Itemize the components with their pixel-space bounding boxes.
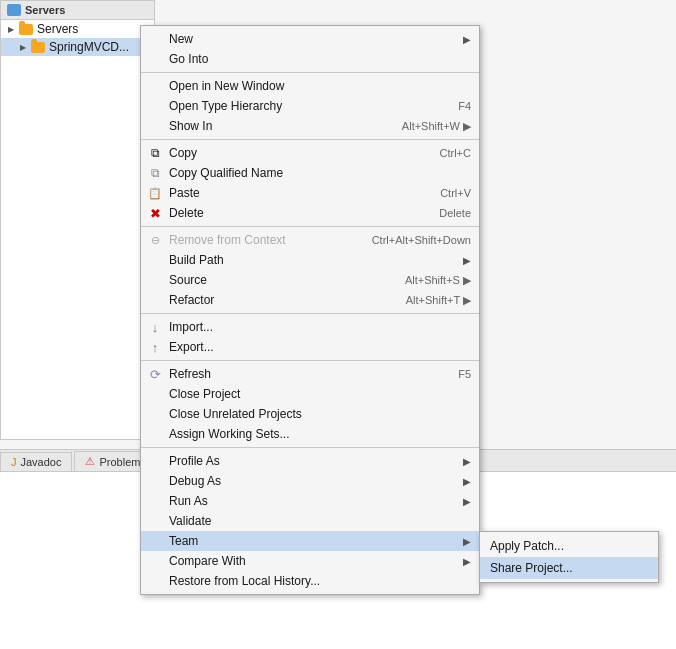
menu-label-show-in: Show In [169,119,382,133]
menu-item-refresh[interactable]: Refresh F5 [141,364,479,384]
context-menu: New ▶ Go Into Open in New Window Open Ty… [140,25,480,595]
menu-item-open-new-window[interactable]: Open in New Window [141,76,479,96]
menu-label-debug-as: Debug As [169,474,459,488]
menu-item-show-in[interactable]: Show In Alt+Shift+W ▶ [141,116,479,136]
menu-label-assign-working-sets: Assign Working Sets... [169,427,471,441]
menu-item-team[interactable]: Team ▶ Apply Patch... Share Project... [141,531,479,551]
delete-icon [147,205,163,221]
menu-label-close-unrelated: Close Unrelated Projects [169,407,471,421]
menu-item-remove-from-context[interactable]: ⊖ Remove from Context Ctrl+Alt+Shift+Dow… [141,230,479,250]
import-icon [147,319,163,335]
menu-label-build-path: Build Path [169,253,459,267]
menu-item-validate[interactable]: Validate [141,511,479,531]
arrow-profile-as: ▶ [463,456,471,467]
separator-5 [141,360,479,361]
refresh-icon [147,366,163,382]
menu-label-copy-qualified: Copy Qualified Name [169,166,471,180]
menu-label-new: New [169,32,459,46]
submenu-label-apply-patch: Apply Patch... [490,539,564,553]
menu-item-close-unrelated[interactable]: Close Unrelated Projects [141,404,479,424]
menu-item-source[interactable]: Source Alt+Shift+S ▶ [141,270,479,290]
arrow-new: ▶ [463,34,471,45]
menu-label-refactor: Refactor [169,293,386,307]
tree-arrow-spring: ▶ [19,43,27,51]
menu-label-go-into: Go Into [169,52,471,66]
menu-item-copy[interactable]: Copy Ctrl+C [141,143,479,163]
javadoc-icon: J [11,456,17,468]
shortcut-delete: Delete [439,207,471,219]
tree-item-springmvc[interactable]: ▶ SpringMVCD... [1,38,154,56]
menu-label-profile-as: Profile As [169,454,459,468]
server-folder-icon [19,24,33,35]
menu-label-open-type-hierarchy: Open Type Hierarchy [169,99,438,113]
separator-3 [141,226,479,227]
project-explorer-panel: Servers ▶ Servers ▶ SpringMVCD... [0,0,155,440]
arrow-debug-as: ▶ [463,476,471,487]
menu-label-refresh: Refresh [169,367,438,381]
spring-folder-icon [31,42,45,53]
arrow-team: ▶ [463,536,471,547]
menu-label-open-new-window: Open in New Window [169,79,471,93]
menu-item-go-into[interactable]: Go Into [141,49,479,69]
submenu-item-share-project[interactable]: Share Project... [480,557,658,579]
menu-label-source: Source [169,273,385,287]
copy-icon [147,145,163,161]
menu-label-paste: Paste [169,186,420,200]
separator-4 [141,313,479,314]
problems-icon: ⚠ [85,455,95,468]
arrow-compare-with: ▶ [463,556,471,567]
panel-title: Servers [25,4,65,16]
menu-label-team: Team [169,534,459,548]
menu-label-compare-with: Compare With [169,554,459,568]
separator-1 [141,72,479,73]
arrow-build-path: ▶ [463,255,471,266]
menu-item-profile-as[interactable]: Profile As ▶ [141,451,479,471]
menu-item-new[interactable]: New ▶ [141,29,479,49]
remove-context-icon: ⊖ [147,232,163,248]
submenu-item-apply-patch[interactable]: Apply Patch... [480,535,658,557]
menu-item-restore-from-history[interactable]: Restore from Local History... [141,571,479,591]
paste-icon: 📋 [147,185,163,201]
team-submenu: Apply Patch... Share Project... [479,531,659,583]
export-icon [147,339,163,355]
separator-2 [141,139,479,140]
panel-header: Servers [1,1,154,20]
menu-item-build-path[interactable]: Build Path ▶ [141,250,479,270]
tab-javadoc-label: Javadoc [21,456,62,468]
shortcut-remove-from-context: Ctrl+Alt+Shift+Down [372,234,471,246]
menu-item-debug-as[interactable]: Debug As ▶ [141,471,479,491]
tree-label-springmvc: SpringMVCD... [49,40,129,54]
tree-label-servers: Servers [37,22,78,36]
menu-label-validate: Validate [169,514,471,528]
separator-6 [141,447,479,448]
menu-item-compare-with[interactable]: Compare With ▶ [141,551,479,571]
menu-item-import[interactable]: Import... [141,317,479,337]
copy-qual-icon [147,165,163,181]
menu-label-run-as: Run As [169,494,459,508]
shortcut-refactor: Alt+Shift+T ▶ [406,294,471,307]
menu-item-delete[interactable]: Delete Delete [141,203,479,223]
shortcut-paste: Ctrl+V [440,187,471,199]
menu-item-run-as[interactable]: Run As ▶ [141,491,479,511]
menu-label-import: Import... [169,320,471,334]
menu-item-close-project[interactable]: Close Project [141,384,479,404]
shortcut-open-type-hierarchy: F4 [458,100,471,112]
menu-label-restore-from-history: Restore from Local History... [169,574,471,588]
menu-item-copy-qualified[interactable]: Copy Qualified Name [141,163,479,183]
menu-item-refactor[interactable]: Refactor Alt+Shift+T ▶ [141,290,479,310]
menu-item-assign-working-sets[interactable]: Assign Working Sets... [141,424,479,444]
tab-problems-label: Problems [99,456,145,468]
menu-item-paste[interactable]: 📋 Paste Ctrl+V [141,183,479,203]
tree-item-servers[interactable]: ▶ Servers [1,20,154,38]
menu-label-delete: Delete [169,206,419,220]
shortcut-refresh: F5 [458,368,471,380]
tree-arrow-servers: ▶ [7,25,15,33]
menu-item-export[interactable]: Export... [141,337,479,357]
shortcut-copy: Ctrl+C [440,147,471,159]
tab-javadoc[interactable]: J Javadoc [0,452,72,471]
server-icon [7,4,21,16]
shortcut-source: Alt+Shift+S ▶ [405,274,471,287]
menu-label-remove-from-context: Remove from Context [169,233,352,247]
menu-item-open-type-hierarchy[interactable]: Open Type Hierarchy F4 [141,96,479,116]
menu-label-close-project: Close Project [169,387,471,401]
